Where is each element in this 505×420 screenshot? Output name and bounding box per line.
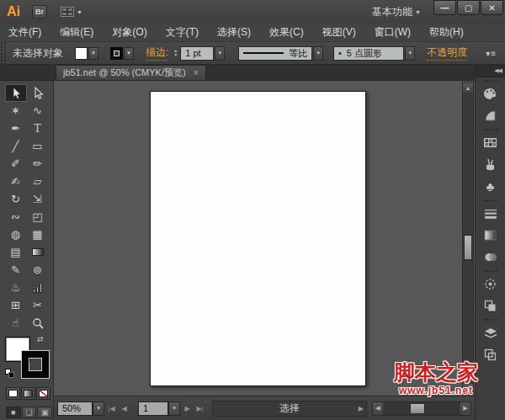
line-segment-tool[interactable]: ╱ [5, 137, 27, 155]
width-tool[interactable]: ∾ [5, 208, 27, 226]
close-button[interactable]: ✕ [481, 0, 503, 15]
bridge-button[interactable]: Br [32, 5, 47, 19]
dock-group-grip[interactable] [484, 80, 497, 82]
menu-effect[interactable]: 效果(C) [269, 25, 304, 40]
fill-dropdown-button[interactable]: ▼ [88, 47, 98, 60]
document-tab[interactable]: jb51.net @ 50% (CMYK/预览) × [56, 65, 206, 80]
dock-group-grip[interactable] [484, 270, 497, 272]
stroke-color-box[interactable] [22, 351, 49, 378]
tab-close-icon[interactable]: × [194, 68, 199, 77]
slice-tool[interactable]: ✂ [27, 296, 49, 314]
lasso-tool[interactable]: ∿ [27, 102, 49, 120]
blob-brush-tool[interactable]: ✍ [5, 173, 27, 190]
type-tool[interactable]: T [27, 120, 49, 137]
pencil-tool[interactable]: ✏ [27, 155, 49, 173]
stroke-panel-button[interactable] [479, 203, 502, 224]
profile-dropdown[interactable]: ▼ [313, 46, 323, 61]
symbol-sprayer-tool[interactable]: ♨ [5, 279, 27, 296]
menu-file[interactable]: 文件(F) [8, 25, 41, 40]
vertical-scroll-thumb[interactable] [464, 235, 472, 260]
artboard[interactable] [150, 91, 366, 386]
menu-type[interactable]: 文字(T) [166, 25, 199, 40]
transparency-panel-button[interactable] [479, 247, 502, 268]
dock-group-grip[interactable] [484, 319, 497, 321]
expand-panels-button[interactable]: ◀◀ [476, 65, 505, 77]
draw-inside-button[interactable]: ▣ [37, 407, 52, 418]
rotate-tool[interactable]: ↻ [5, 190, 27, 208]
last-artboard-button[interactable]: ▶| [194, 402, 205, 415]
stroke-width-stepper[interactable]: ▲ ▼ [173, 49, 178, 57]
blend-tool[interactable]: ⊚ [27, 261, 49, 279]
width-profile-field[interactable]: 等比 [238, 46, 312, 61]
appearance-panel-button[interactable] [479, 274, 502, 295]
zoom-dropdown-button[interactable]: ▼ [93, 401, 104, 416]
horizontal-scroll-thumb[interactable] [410, 403, 425, 414]
menu-edit[interactable]: 编辑(E) [60, 25, 93, 40]
control-panel-menu-icon[interactable]: ▾≡ [486, 49, 497, 58]
swatches-panel-button[interactable] [479, 132, 502, 153]
maximize-button[interactable]: ▢ [457, 0, 480, 15]
eraser-tool[interactable]: ▱ [27, 173, 49, 190]
menu-object[interactable]: 对象(O) [112, 25, 146, 40]
brush-definition-field[interactable]: • 5 点圆形 [333, 46, 404, 61]
next-artboard-button[interactable]: ▶ [182, 402, 193, 415]
swap-fill-stroke-icon[interactable]: ⇄ [37, 335, 44, 343]
artboard-number-field[interactable]: 1 [138, 401, 168, 416]
layers-panel-button[interactable] [479, 322, 502, 343]
selection-tool[interactable] [5, 84, 27, 102]
menu-window[interactable]: 窗口(W) [375, 25, 411, 40]
menu-help[interactable]: 帮助(H) [429, 25, 464, 40]
vertical-scrollbar[interactable]: ▲ ▼ [462, 82, 474, 395]
stroke-dropdown-button[interactable]: ▼ [124, 47, 134, 60]
stroke-width-field[interactable]: 1 pt [180, 46, 214, 61]
mesh-tool[interactable]: ▤ [5, 243, 27, 261]
stroke-width-dropdown[interactable]: ▼ [215, 46, 225, 61]
workspace-switcher[interactable]: 基本功能 ▼ [372, 5, 421, 19]
zoom-level-field[interactable]: 50% [57, 401, 93, 416]
column-graph-tool[interactable] [27, 279, 49, 296]
stroke-color-swatch[interactable] [110, 47, 123, 60]
menu-view[interactable]: 视图(V) [322, 25, 356, 40]
previous-artboard-button[interactable]: ◀ [119, 402, 130, 415]
shape-builder-tool[interactable]: ◍ [5, 226, 27, 243]
fill-color-swatch[interactable] [75, 47, 88, 60]
color-paint-button[interactable] [6, 387, 20, 400]
free-transform-tool[interactable]: ◰ [27, 208, 49, 226]
none-paint-button[interactable] [36, 387, 50, 400]
zoom-tool[interactable] [27, 314, 49, 332]
color-panel-button[interactable] [479, 83, 502, 104]
pen-tool[interactable]: ✒ [5, 120, 27, 137]
perspective-grid-tool[interactable]: ▦ [27, 226, 49, 243]
status-menu-icon[interactable]: ▶ [359, 405, 364, 412]
draw-behind-button[interactable]: ❏ [22, 407, 37, 418]
artboards-panel-button[interactable] [479, 344, 502, 365]
magic-wand-tool[interactable]: ✶ [5, 102, 27, 120]
scroll-down-icon[interactable]: ▼ [463, 384, 473, 394]
gradient-paint-button[interactable] [21, 387, 35, 400]
symbols-panel-button[interactable]: ♣ [479, 176, 502, 197]
brush-dropdown[interactable]: ▼ [405, 46, 415, 61]
opacity-panel-link[interactable]: 不透明度 [427, 45, 467, 61]
scroll-left-icon[interactable]: ◀ [373, 402, 383, 415]
default-fill-stroke-icon[interactable] [5, 369, 15, 379]
hand-tool[interactable]: ☝ [5, 314, 27, 332]
gradient-tool[interactable] [27, 243, 49, 261]
horizontal-scrollbar[interactable]: ◀ ▶ [372, 401, 471, 416]
scroll-right-icon[interactable]: ▶ [460, 402, 470, 415]
arrange-documents-button[interactable]: ▼ [61, 7, 82, 17]
first-artboard-button[interactable]: |◀ [106, 402, 117, 415]
dock-group-grip[interactable] [484, 199, 497, 201]
paintbrush-tool[interactable]: ✐ [5, 155, 27, 173]
draw-normal-button[interactable]: ■ [6, 407, 21, 418]
panel-grip[interactable] [0, 42, 6, 64]
rectangle-tool[interactable]: ▭ [27, 137, 49, 155]
eyedropper-tool[interactable]: ✎ [5, 261, 27, 279]
scroll-up-icon[interactable]: ▲ [463, 82, 473, 93]
artboard-dropdown-button[interactable]: ▼ [168, 401, 180, 416]
artboard-tool[interactable]: ⊞ [5, 296, 27, 314]
gradient-panel-button[interactable] [479, 225, 502, 246]
brushes-panel-button[interactable] [479, 154, 502, 175]
graphic-styles-panel-button[interactable] [479, 295, 502, 316]
stroke-panel-link[interactable]: 描边: [146, 45, 168, 61]
direct-selection-tool[interactable] [27, 84, 49, 102]
